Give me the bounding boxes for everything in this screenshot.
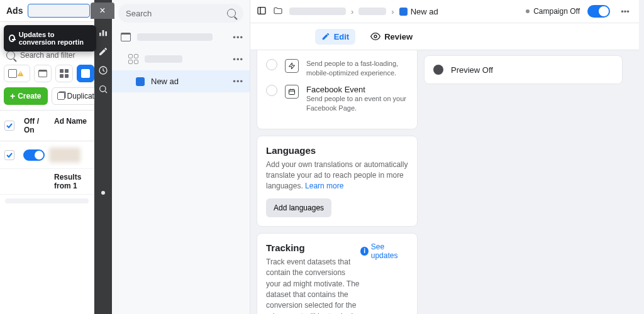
svg-marker-9	[289, 63, 295, 69]
folder-icon	[273, 6, 283, 18]
destination-fbevent[interactable]: Facebook EventSend people to an event on…	[266, 85, 408, 114]
languages-title: Languages	[266, 145, 408, 156]
more-icon[interactable]: •••	[233, 55, 243, 64]
grid-icon	[60, 69, 69, 78]
folder-icon	[121, 33, 131, 41]
structure-search[interactable]: Search	[118, 4, 243, 23]
info-icon: i	[360, 247, 368, 256]
ad-icon	[399, 8, 408, 16]
adset-icon	[128, 54, 138, 64]
row-checkbox[interactable]	[4, 150, 14, 160]
account-selector[interactable]	[28, 4, 90, 18]
svg-point-4	[100, 86, 106, 92]
learn-more-link[interactable]: Learn more	[305, 181, 343, 190]
toolbar-folder[interactable]	[34, 65, 52, 82]
tab-review[interactable]: Review	[364, 28, 419, 45]
svg-rect-10	[289, 89, 295, 94]
more-icon[interactable]: •••	[233, 77, 243, 86]
lightning-icon	[285, 59, 299, 73]
clock-icon[interactable]	[98, 65, 108, 75]
main-editor: ›› New ad Campaign Off ••• Edit Review	[250, 0, 644, 314]
row-toggle[interactable]	[23, 149, 45, 161]
ad-name-cell	[49, 148, 80, 163]
more-button[interactable]: •••	[618, 4, 633, 19]
minus-circle-icon	[9, 35, 15, 42]
calendar-icon	[285, 85, 299, 99]
col-adname[interactable]: Ad Name	[49, 111, 94, 141]
toolbar-clipboard[interactable]	[4, 65, 30, 82]
svg-rect-6	[258, 7, 265, 14]
col-offon[interactable]: Off / On	[19, 111, 49, 141]
results-row: Results from 1	[0, 169, 94, 195]
radio-icon[interactable]	[266, 59, 277, 70]
rail-dot[interactable]	[101, 191, 105, 195]
preview-card[interactable]: Preview Off	[424, 55, 623, 84]
preview-panel: Preview Off	[418, 50, 629, 314]
campaign-toggle[interactable]	[587, 5, 610, 18]
status-dot-icon	[433, 65, 443, 75]
toolbar-active[interactable]	[77, 65, 94, 82]
radio-icon[interactable]	[266, 85, 277, 96]
tool-rail: ×	[94, 0, 112, 314]
add-languages-button[interactable]: Add languages	[266, 198, 331, 217]
pencil-icon[interactable]	[98, 46, 108, 57]
update-toast[interactable]: Updates to conversion reportin	[4, 25, 96, 51]
more-icon[interactable]: •••	[233, 33, 243, 42]
campaign-status: Campaign Off	[526, 7, 580, 16]
search-icon	[6, 51, 15, 60]
sidebar-toggle-icon[interactable]	[257, 6, 267, 18]
left-panel: Ads Updates to conversion reportin Searc…	[0, 0, 94, 314]
folder-icon	[38, 70, 47, 77]
editor-header: ›› New ad Campaign Off •••	[250, 0, 639, 23]
header-checkbox[interactable]	[4, 121, 14, 131]
svg-point-8	[374, 35, 377, 38]
ad-row-selected[interactable]: New ad •••	[112, 70, 250, 92]
breadcrumb[interactable]: ›› New ad	[289, 7, 438, 16]
zoom-icon[interactable]	[98, 84, 108, 94]
campaign-row[interactable]: •••	[112, 26, 250, 48]
see-updates-link[interactable]: iSee updates	[360, 242, 408, 260]
card-icon	[81, 69, 90, 78]
svg-line-5	[105, 91, 107, 93]
table-row[interactable]	[0, 141, 94, 169]
ad-icon	[136, 77, 145, 86]
tab-edit[interactable]: Edit	[315, 29, 356, 45]
svg-rect-1	[103, 30, 104, 36]
destination-instant[interactable]: Send people to a fast-loading, mobile-op…	[266, 59, 408, 78]
tracking-card: Tracking Track event datasets that conta…	[257, 233, 418, 314]
toolbar-grid[interactable]	[55, 65, 73, 82]
duplicate-icon	[57, 92, 65, 100]
languages-card: Languages Add your own translations or a…	[257, 136, 418, 227]
clipboard-icon	[8, 69, 17, 78]
tracking-title: Tracking	[266, 242, 360, 253]
svg-rect-2	[105, 31, 107, 36]
adset-row[interactable]: •••	[112, 48, 250, 70]
scrollbar[interactable]	[5, 198, 89, 203]
chart-icon[interactable]	[98, 28, 108, 38]
search-icon	[227, 9, 236, 18]
page-title: Ads	[6, 6, 23, 16]
close-tab[interactable]: ×	[91, 3, 114, 19]
create-button[interactable]: +Create	[4, 87, 48, 105]
warning-icon	[18, 71, 24, 76]
structure-panel: Search ••• ••• New ad •••	[112, 0, 250, 314]
svg-rect-0	[99, 33, 101, 36]
